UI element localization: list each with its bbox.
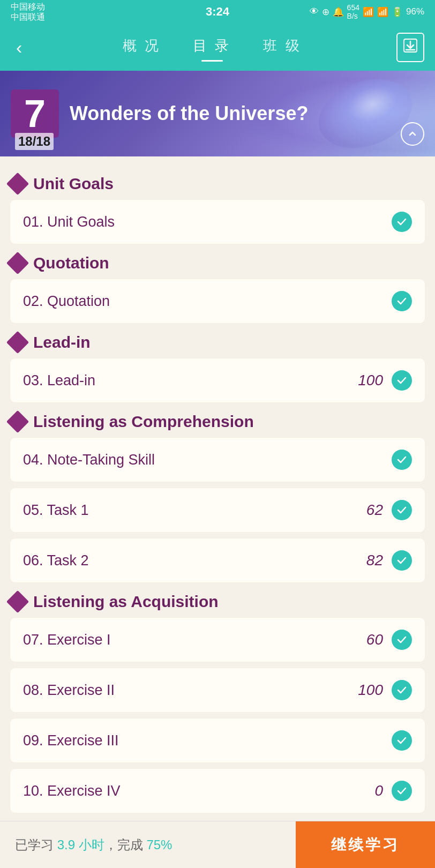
section-leadin-header: Lead-in <box>10 333 425 351</box>
item-right-03: 100 <box>358 370 412 391</box>
item-label-10: 10. Exercise IV <box>23 783 121 799</box>
data-speed: 654B/s <box>347 3 359 20</box>
list-item-04[interactable]: 04. Note-Taking Skill <box>10 437 425 482</box>
unit-banner: 7 Wonders of the Universe? 18/18 <box>0 71 435 156</box>
bluetooth-icon: ⊕ <box>322 6 329 18</box>
signal-icon: 📶 <box>377 6 388 18</box>
carrier-info: 中国移动 中国联通 <box>11 2 45 22</box>
check-icon-03 <box>392 370 412 391</box>
list-item-02[interactable]: 02. Quotation <box>10 279 425 324</box>
section-title-listening-acq: Listening as Acquisition <box>33 593 219 611</box>
item-score-03: 100 <box>358 372 383 389</box>
item-right-04 <box>392 450 412 470</box>
item-label-02: 02. Quotation <box>23 293 110 310</box>
diamond-icon-leadin <box>6 331 29 354</box>
section-title-listening-comp: Listening as Comprehension <box>33 413 254 431</box>
list-item-01[interactable]: 01. Unit Goals <box>10 199 425 244</box>
check-icon-04 <box>392 450 412 470</box>
item-label-08: 08. Exercise II <box>23 682 115 699</box>
list-item-08[interactable]: 08. Exercise II 100 <box>10 668 425 713</box>
list-item-05[interactable]: 05. Task 1 62 <box>10 488 425 533</box>
tab-overview[interactable]: 概 况 <box>123 36 161 58</box>
item-right-05: 62 <box>366 500 412 520</box>
item-right-09 <box>392 730 412 751</box>
item-label-07: 07. Exercise I <box>23 632 111 648</box>
list-item-10[interactable]: 10. Exercise IV 0 <box>10 768 425 813</box>
diamond-icon-listening-acq <box>6 590 29 613</box>
battery-percent: 96% <box>406 6 424 17</box>
item-score-06: 82 <box>366 552 383 569</box>
unit-title: Wonders of the Universe? <box>70 102 308 125</box>
tab-catalog[interactable]: 目 录 <box>193 36 231 58</box>
continue-button[interactable]: 继续学习 <box>296 821 435 869</box>
item-right-01 <box>392 212 412 232</box>
eye-icon: 👁 <box>310 6 319 17</box>
top-nav: ‹ 概 况 目 录 班 级 <box>0 24 435 71</box>
check-icon-07 <box>392 630 412 650</box>
section-title-quotation: Quotation <box>33 254 109 272</box>
item-right-08: 100 <box>358 680 412 700</box>
bottom-bar: 已学习 3.9 小时，完成 75% 继续学习 <box>0 821 435 868</box>
tab-class[interactable]: 班 级 <box>263 36 301 58</box>
wifi-icon: 📶 <box>363 6 374 18</box>
check-icon-06 <box>392 550 412 571</box>
list-item-03[interactable]: 03. Lead-in 100 <box>10 358 425 403</box>
check-icon-01 <box>392 212 412 232</box>
section-title-unit-goals: Unit Goals <box>33 175 114 193</box>
item-right-02 <box>392 291 412 311</box>
list-item-09[interactable]: 09. Exercise III <box>10 718 425 763</box>
item-right-10: 0 <box>374 781 412 801</box>
section-listening-acq-header: Listening as Acquisition <box>10 593 425 611</box>
download-button[interactable] <box>396 33 424 62</box>
item-label-03: 03. Lead-in <box>23 372 95 389</box>
status-bar: 中国移动 中国联通 3:24 👁 ⊕ 🔔 654B/s 📶 📶 🔋 96% <box>0 0 435 24</box>
item-score-05: 62 <box>366 502 383 519</box>
item-label-09: 09. Exercise III <box>23 732 119 749</box>
item-label-01: 01. Unit Goals <box>23 214 115 230</box>
item-right-07: 60 <box>366 630 412 650</box>
diamond-icon-unit-goals <box>6 173 29 195</box>
check-icon-08 <box>392 680 412 700</box>
volume-icon: 🔔 <box>333 6 344 18</box>
diamond-icon-listening-comp <box>6 410 29 433</box>
check-icon-09 <box>392 730 412 751</box>
study-info: 已学习 3.9 小时，完成 75% <box>0 836 296 854</box>
item-score-07: 60 <box>366 631 383 648</box>
item-right-06: 82 <box>366 550 412 571</box>
check-icon-05 <box>392 500 412 520</box>
list-item-06[interactable]: 06. Task 2 82 <box>10 538 425 583</box>
list-item-07[interactable]: 07. Exercise I 60 <box>10 617 425 662</box>
progress-text: 18/18 <box>15 133 54 150</box>
item-label-05: 05. Task 1 <box>23 502 89 519</box>
check-icon-02 <box>392 291 412 311</box>
unit-number: 7 <box>11 89 59 138</box>
diamond-icon-quotation <box>6 252 29 274</box>
item-score-08: 100 <box>358 682 383 699</box>
study-time: 3.9 小时 <box>57 837 104 852</box>
check-icon-10 <box>392 781 412 801</box>
item-score-10: 0 <box>374 782 383 799</box>
collapse-button[interactable] <box>401 122 424 146</box>
back-button[interactable]: ‹ <box>11 32 27 63</box>
status-icons: 👁 ⊕ 🔔 654B/s 📶 📶 🔋 96% <box>310 3 424 20</box>
item-label-06: 06. Task 2 <box>23 552 89 569</box>
section-quotation-header: Quotation <box>10 254 425 272</box>
time-display: 3:24 <box>206 5 229 19</box>
completion-pct: 75% <box>146 837 172 852</box>
nav-tabs: 概 况 目 录 班 级 <box>27 36 396 58</box>
section-listening-comp-header: Listening as Comprehension <box>10 413 425 431</box>
section-unit-goals-header: Unit Goals <box>10 175 425 193</box>
content-area: Unit Goals 01. Unit Goals Quotation 02. … <box>0 156 435 868</box>
battery-icon: 🔋 <box>392 6 403 18</box>
item-label-04: 04. Note-Taking Skill <box>23 452 155 468</box>
section-title-leadin: Lead-in <box>33 333 91 351</box>
